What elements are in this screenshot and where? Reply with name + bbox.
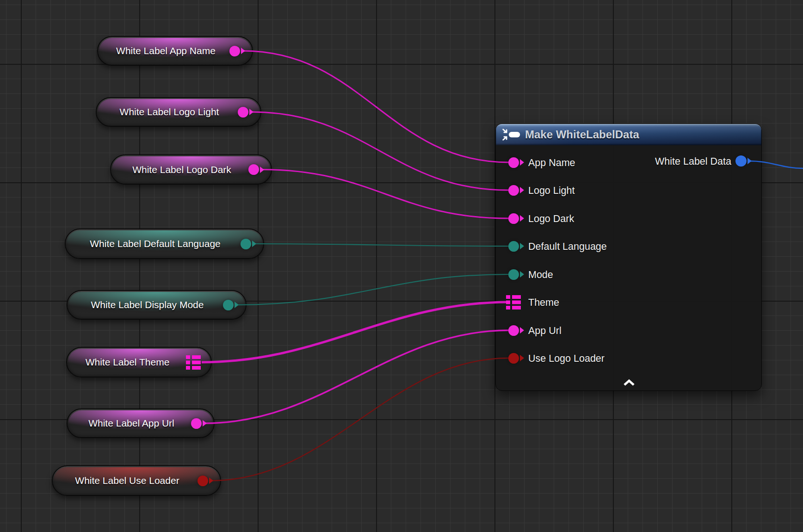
pin-dot [191,418,202,429]
pin-dot [735,155,747,167]
pin-dot [241,239,251,249]
pin-dot [508,213,519,224]
pin-wedge [249,109,253,115]
input-pin-label: Default Language [528,241,607,253]
pin-wedge [235,302,239,308]
wire-white-label-display-mode[interactable] [236,274,509,305]
input-pin-label: Mode [528,269,553,281]
pin-dot [508,157,519,168]
pin-wedge [520,187,524,193]
pin-wedge [260,167,264,173]
pin-wedge [241,48,245,54]
pin-wedge [520,215,524,222]
getter-node-label: White Label Use Loader [63,466,191,495]
getter-node-white-label-default-language[interactable]: White Label Default Language [65,229,264,259]
wire-white-label-app-url[interactable] [204,330,509,423]
make-node-title: Make WhiteLabelData [525,128,639,141]
input-pin-label: Logo Dark [528,213,574,225]
getter-node-white-label-display-mode[interactable]: White Label Display Mode [67,290,247,320]
wire-white-label-logo-light[interactable] [251,112,509,190]
pin-wedge [520,159,524,166]
pin-wedge [520,355,524,361]
wire-white-label-theme[interactable] [202,302,509,362]
getter-node-white-label-logo-dark[interactable]: White Label Logo Dark [110,155,272,185]
wire-white-label-default-language[interactable] [254,244,509,246]
getter-node-label: White Label Logo Dark [121,155,242,184]
struct-pin-icon [506,295,521,309]
pin-wedge [520,327,524,334]
struct-pin-icon [186,355,201,370]
pin-wedge [520,271,524,278]
make-whitelabeldata-node[interactable]: Make WhiteLabelData App NameLogo LightLo… [495,124,762,391]
getter-node-label: White Label Logo Light [107,98,232,126]
wire-white-label-use-loader[interactable] [211,358,509,481]
pin-wedge [209,477,213,484]
pin-dot [508,325,519,336]
getter-node-label: White Label Display Mode [78,291,217,319]
input-pin-label: Use Logo Loader [528,353,605,365]
pin-white-label-theme-output[interactable] [186,355,201,371]
pin-dot [223,300,234,310]
pin-wedge [747,158,752,164]
make-struct-icon [502,128,521,142]
input-pin-theme[interactable] [506,295,521,311]
getter-node-white-label-logo-light[interactable]: White Label Logo Light [96,97,261,127]
collapse-node-button[interactable] [620,377,638,388]
input-pin-label: Logo Light [528,185,574,197]
pin-wedge [252,241,256,247]
getter-node-white-label-use-loader[interactable]: White Label Use Loader [52,465,221,496]
pin-dot [238,107,248,118]
getter-node-label: White Label Default Language [76,229,235,258]
pin-dot [508,269,519,280]
output-pin-label: White Label Data [655,156,731,167]
wire-white-label-app-name[interactable] [243,51,509,162]
pin-dot [229,46,240,56]
pin-dot [248,164,259,175]
pin-dot [198,476,208,486]
pin-wedge [520,243,524,249]
make-node-header[interactable]: Make WhiteLabelData [496,124,761,145]
input-pin-label: App Url [528,325,562,337]
pin-dot [508,185,519,196]
wire-white-label-logo-dark[interactable] [262,170,509,219]
chevron-up-icon [623,379,636,386]
pin-dot [508,241,519,252]
pin-dot [508,353,519,364]
getter-node-label: White Label App Name [108,37,223,65]
getter-node-label: White Label App Url [78,409,185,437]
blueprint-graph-canvas[interactable]: White Label App Name White Label Logo Li… [0,0,803,532]
pin-wedge [203,420,207,427]
input-pin-label: App Name [528,157,575,169]
getter-node-label: White Label Theme [77,348,178,377]
input-pin-label: Theme [528,297,559,309]
